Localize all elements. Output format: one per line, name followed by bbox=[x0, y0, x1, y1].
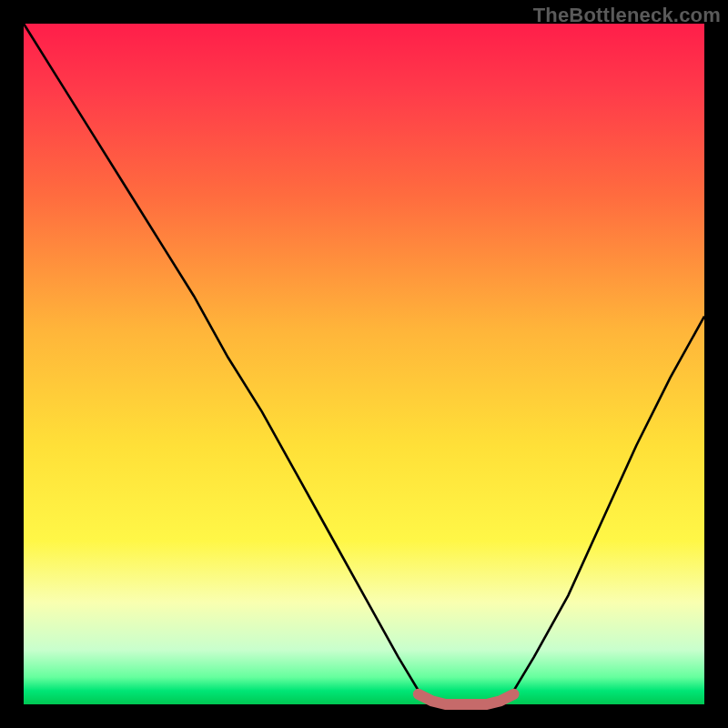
chart-svg bbox=[24, 24, 704, 704]
optimal-zone-marker bbox=[419, 694, 514, 704]
plot-area bbox=[24, 24, 704, 704]
bottleneck-curve bbox=[24, 24, 704, 704]
watermark-text: TheBottleneck.com bbox=[533, 4, 721, 27]
chart-frame: TheBottleneck.com bbox=[0, 0, 728, 728]
